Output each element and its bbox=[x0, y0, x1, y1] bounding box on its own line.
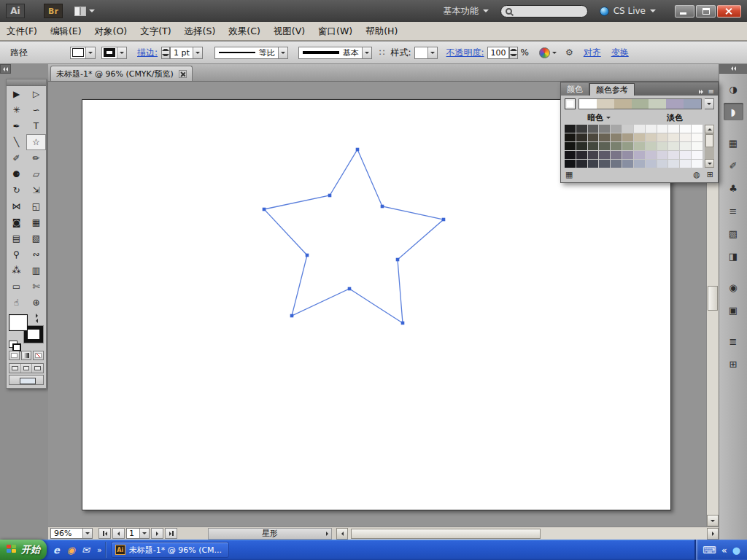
perspective-grid-tool[interactable]: ▦ bbox=[26, 214, 46, 230]
swatches-panel-icon[interactable]: ▦ bbox=[724, 134, 743, 152]
variation-swatch-0-6[interactable] bbox=[634, 125, 645, 133]
lasso-tool[interactable]: ∽ bbox=[26, 102, 46, 118]
mail-icon[interactable]: ✉ bbox=[80, 543, 92, 556]
menu-item-type[interactable]: 文字(T) bbox=[133, 22, 177, 40]
horizontal-scroll-track[interactable] bbox=[348, 528, 707, 540]
dropdown-button[interactable] bbox=[85, 47, 95, 58]
variation-swatch-3-7[interactable] bbox=[646, 151, 657, 159]
harmony-swatch-2[interactable] bbox=[614, 99, 632, 109]
stroke-link[interactable]: 描边: bbox=[137, 47, 158, 59]
variation-swatch-4-8[interactable] bbox=[657, 160, 668, 168]
symbols-panel-icon[interactable]: ♣ bbox=[724, 179, 743, 197]
variation-swatch-2-1[interactable] bbox=[576, 142, 587, 150]
arrange-documents-button[interactable] bbox=[71, 5, 98, 18]
default-fill-stroke-icon[interactable] bbox=[9, 341, 18, 348]
eraser-tool[interactable]: ▱ bbox=[26, 166, 46, 182]
paintbrush-tool[interactable]: ✐ bbox=[7, 150, 26, 166]
selection-tool[interactable]: ▶ bbox=[7, 86, 26, 102]
preferences-icon[interactable]: ⚙ bbox=[565, 47, 573, 58]
variation-swatch-1-1[interactable] bbox=[576, 133, 587, 141]
previous-artboard-button[interactable] bbox=[112, 528, 125, 539]
variation-swatch-2-8[interactable] bbox=[657, 142, 668, 150]
rotate-tool[interactable]: ↻ bbox=[7, 182, 26, 198]
gradient-panel-icon[interactable]: ▧ bbox=[724, 225, 743, 242]
tools-panel-grip[interactable] bbox=[7, 79, 46, 86]
search-input[interactable] bbox=[512, 7, 583, 15]
brush-definition-select[interactable]: 基本 bbox=[298, 47, 372, 59]
stroke-color-dropdown[interactable] bbox=[101, 47, 127, 59]
media-player-icon[interactable]: ◉ bbox=[65, 543, 77, 556]
variation-swatch-3-10[interactable] bbox=[680, 151, 691, 159]
swap-fill-stroke-icon[interactable] bbox=[36, 314, 38, 323]
gradient-button[interactable] bbox=[21, 351, 32, 360]
variation-swatch-0-11[interactable] bbox=[692, 125, 703, 133]
variation-swatch-3-11[interactable] bbox=[692, 151, 703, 159]
variation-swatch-4-9[interactable] bbox=[668, 160, 679, 168]
variation-swatch-3-1[interactable] bbox=[576, 151, 587, 159]
dropdown-button[interactable] bbox=[362, 47, 371, 58]
color-guide-panel-icon[interactable]: ◗ bbox=[724, 103, 743, 120]
opacity-input[interactable]: 100 bbox=[487, 47, 509, 59]
mesh-tool[interactable]: ▤ bbox=[7, 230, 26, 246]
gradient-tool[interactable]: ▧ bbox=[26, 230, 46, 246]
opacity-stepper[interactable] bbox=[509, 47, 518, 59]
hand-tool[interactable]: ☝ bbox=[7, 295, 26, 311]
variation-scrollbar[interactable] bbox=[705, 125, 714, 168]
variation-swatch-0-2[interactable] bbox=[588, 125, 599, 133]
variation-swatch-0-4[interactable] bbox=[611, 125, 622, 133]
type-tool[interactable]: T bbox=[26, 118, 46, 134]
harmony-rules-dropdown[interactable] bbox=[705, 98, 714, 109]
collapse-right-dock-button[interactable] bbox=[719, 64, 747, 74]
bridge-button[interactable]: Br bbox=[44, 4, 63, 18]
menu-item-object[interactable]: 对象(O) bbox=[88, 22, 134, 40]
scroll-up-button[interactable] bbox=[705, 125, 714, 133]
variation-swatch-0-7[interactable] bbox=[646, 125, 657, 133]
artboards-panel-icon[interactable]: ⊞ bbox=[724, 355, 743, 373]
variation-swatch-0-0[interactable] bbox=[565, 125, 576, 133]
variation-swatch-3-8[interactable] bbox=[657, 151, 668, 159]
dropdown-button[interactable] bbox=[193, 47, 202, 58]
align-link[interactable]: 对齐 bbox=[584, 47, 601, 59]
scale-tool[interactable]: ⇲ bbox=[26, 182, 46, 198]
column-graph-tool[interactable]: ▥ bbox=[26, 262, 46, 279]
variation-swatch-0-9[interactable] bbox=[668, 125, 679, 133]
variation-scroll-thumb[interactable] bbox=[705, 134, 713, 147]
harmony-swatch-0[interactable] bbox=[579, 99, 597, 109]
variation-swatch-2-10[interactable] bbox=[680, 142, 691, 150]
variation-swatch-4-5[interactable] bbox=[622, 160, 633, 168]
variation-swatch-3-2[interactable] bbox=[588, 151, 599, 159]
minimize-button[interactable] bbox=[675, 5, 694, 18]
ie-icon[interactable]: e bbox=[50, 543, 63, 556]
variation-swatch-4-6[interactable] bbox=[634, 160, 645, 168]
harmony-swatch-3[interactable] bbox=[632, 99, 649, 109]
variation-swatch-1-8[interactable] bbox=[657, 133, 668, 141]
variation-swatch-1-10[interactable] bbox=[680, 133, 691, 141]
blend-tool[interactable]: ∾ bbox=[26, 246, 46, 262]
eyedropper-tool[interactable]: ⚲ bbox=[7, 246, 26, 262]
fill-color-box[interactable] bbox=[9, 314, 28, 331]
width-tool[interactable]: ⋈ bbox=[7, 198, 26, 214]
workspace-switcher[interactable]: 基本功能 bbox=[438, 3, 495, 20]
transform-link[interactable]: 变换 bbox=[611, 47, 629, 59]
dropdown-button[interactable] bbox=[82, 529, 92, 538]
harmony-swatch-5[interactable] bbox=[666, 99, 684, 109]
star-anchor[interactable] bbox=[263, 208, 266, 211]
next-artboard-button[interactable] bbox=[151, 528, 163, 539]
stroke-panel-icon[interactable]: ≡ bbox=[724, 202, 743, 219]
width-profile-select[interactable]: 等比 bbox=[214, 47, 288, 59]
menu-item-file[interactable]: 文件(F) bbox=[0, 22, 44, 40]
menu-item-view[interactable]: 视图(V) bbox=[267, 22, 311, 40]
graphic-styles-panel-icon[interactable]: ▣ bbox=[724, 301, 743, 319]
select-similar-objects-icon[interactable]: ∷ bbox=[379, 47, 385, 58]
messenger-icon[interactable]: ● bbox=[732, 545, 740, 556]
variation-swatch-2-5[interactable] bbox=[622, 142, 633, 150]
variation-swatch-0-3[interactable] bbox=[599, 125, 610, 133]
star-anchor[interactable] bbox=[442, 218, 446, 222]
variation-swatch-4-1[interactable] bbox=[576, 160, 587, 168]
variation-swatch-2-6[interactable] bbox=[634, 142, 645, 150]
menu-item-window[interactable]: 窗口(W) bbox=[311, 22, 359, 40]
panel-menu-icon[interactable]: ≡ bbox=[708, 88, 714, 96]
pencil-tool[interactable]: ✏ bbox=[26, 150, 46, 166]
artboard-number-field[interactable]: 1 bbox=[126, 528, 150, 539]
stroke-weight-select[interactable]: 1 pt bbox=[170, 47, 203, 59]
